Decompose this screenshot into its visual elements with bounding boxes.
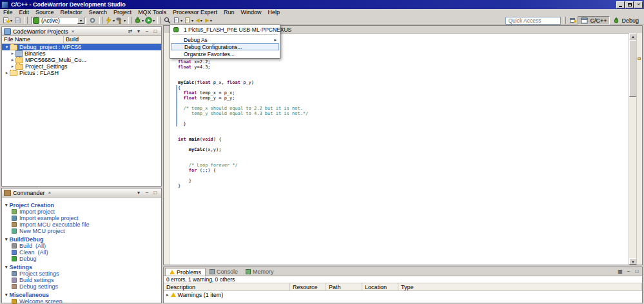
menu-mqx-tools[interactable]: MQX Tools: [135, 9, 170, 16]
code-lines[interactable]: float x=2.2;float y=4.3;-myCalc(float p_…: [178, 33, 629, 265]
column-header-type[interactable]: Type: [398, 283, 642, 290]
combo-dropdown-icon[interactable]: ▾: [77, 17, 84, 24]
forward-button[interactable]: ▶▾: [204, 16, 213, 25]
annotations-button[interactable]: ▾: [183, 16, 194, 25]
commander-link-clean-all[interactable]: Clean (All): [5, 249, 158, 256]
commander-link-import-example-project[interactable]: Import example project: [5, 215, 158, 221]
expand-arrow-icon[interactable]: ▸: [10, 64, 15, 69]
launch-config-combo[interactable]: (Active) ▾: [31, 17, 86, 25]
commander-link-build-all[interactable]: Build (All): [5, 243, 158, 249]
code-line[interactable]: temp_y should equal to 4.3 but it is not…: [178, 111, 629, 116]
save-button[interactable]: [13, 16, 23, 25]
menu-edit[interactable]: Edit: [16, 9, 33, 16]
close-view-icon[interactable]: ×: [72, 28, 75, 34]
tree-item-pictus-flash[interactable]: ▸Pictus : FLASH: [2, 70, 161, 76]
code-line[interactable]: [178, 75, 629, 80]
section-collapse-icon[interactable]: ▾: [5, 265, 8, 270]
target-settings-button[interactable]: [88, 16, 97, 25]
search-button[interactable]: [162, 16, 172, 25]
tab-problems[interactable]: Problems: [165, 268, 206, 276]
section-miscellaneous[interactable]: ▾Miscellaneous: [5, 292, 158, 298]
menu-file[interactable]: File: [0, 9, 16, 16]
commander-link-import-mcu-executable-file[interactable]: Import MCU executable file: [5, 221, 158, 228]
code-line[interactable]: [178, 152, 629, 157]
commander-link-import-project[interactable]: Import project: [5, 208, 158, 215]
code-line[interactable]: }: [178, 178, 629, 183]
tab-memory[interactable]: Memory: [242, 268, 278, 276]
tree-item-binaries[interactable]: ▸Binaries: [2, 50, 161, 57]
maximize-view-icon[interactable]: □: [633, 268, 641, 275]
menu-item-organize-favorites[interactable]: Organize Favorites...: [171, 50, 279, 57]
menu-item-debug-configurations[interactable]: Debug Configurations...: [171, 43, 279, 50]
close-view-icon[interactable]: ×: [48, 190, 52, 196]
column-header-location[interactable]: Location: [362, 283, 398, 290]
column-header-path[interactable]: Path: [326, 283, 362, 290]
section-collapse-icon[interactable]: ▾: [5, 237, 8, 242]
menu-source[interactable]: Source: [32, 9, 57, 16]
link-with-editor-icon[interactable]: ⇄: [126, 28, 134, 35]
expand-arrow-icon[interactable]: ▸: [10, 51, 15, 56]
close-button[interactable]: ×: [634, 1, 643, 8]
commander-link-project-settings[interactable]: Project settings: [5, 270, 158, 277]
code-line[interactable]: {: [178, 85, 629, 90]
commander-link-debug-settings[interactable]: Debug settings: [5, 283, 158, 290]
menu-processor-expert[interactable]: Processor Expert: [170, 9, 220, 16]
code-line[interactable]: /* Loop forever */: [178, 163, 629, 168]
code-line[interactable]: [178, 70, 629, 75]
column-header-description[interactable]: Description: [164, 283, 290, 290]
commander-link-new-mcu-project[interactable]: New MCU project: [5, 228, 158, 234]
maximize-view-icon[interactable]: □: [151, 28, 159, 35]
expand-arrow-icon[interactable]: ▸: [4, 70, 10, 76]
code-line[interactable]: [178, 116, 629, 121]
code-line[interactable]: }: [178, 121, 629, 127]
code-line[interactable]: -int main(void) {: [178, 137, 629, 142]
flash-programmer-button[interactable]: ▾: [104, 16, 115, 25]
code-line[interactable]: float x=2.2;: [178, 59, 629, 65]
tree-item-mpc5668g-multi-co[interactable]: ▸MPC5668G_Multi_Co...: [2, 57, 161, 63]
problem-row[interactable]: ▸Warnings (1 item): [164, 291, 642, 298]
cpp-perspective-button[interactable]: C/C++: [578, 16, 610, 25]
view-menu-icon[interactable]: ▾: [135, 189, 142, 196]
menu-item-1-pictus-flash-pne-usb-ml-ppcnexus[interactable]: 1 Pictus_FLASH_PnE USB-ML-PPCNEXUS: [171, 26, 279, 33]
code-line[interactable]: float temp_y = p_y;: [178, 96, 629, 101]
menu-search[interactable]: Search: [86, 9, 111, 16]
code-line[interactable]: }: [178, 183, 629, 188]
quick-access-input[interactable]: [505, 17, 561, 25]
menu-window[interactable]: Window: [238, 9, 265, 16]
commander-link-welcome-screen[interactable]: Welcome screen: [5, 298, 158, 304]
code-line[interactable]: -myCalc(float p_x, float p_y): [178, 80, 629, 85]
open-element-button[interactable]: ▾: [172, 16, 183, 25]
code-line[interactable]: [178, 142, 629, 147]
build-button[interactable]: ▾: [115, 16, 126, 25]
maximize-view-icon[interactable]: □: [151, 189, 159, 196]
section-project-creation[interactable]: ▾Project Creation: [5, 202, 158, 208]
section-build-debug[interactable]: ▾Build/Debug: [5, 236, 158, 243]
code-line[interactable]: [178, 173, 629, 178]
back-button[interactable]: ◀▾: [194, 16, 204, 25]
code-line[interactable]: float y=4.3;: [178, 65, 629, 70]
column-file-name[interactable]: File Name: [2, 36, 64, 43]
tree-item-debug-project-mpc56[interactable]: ▾Debug_project : MPC56: [2, 44, 161, 50]
section-collapse-icon[interactable]: ▾: [5, 203, 8, 208]
maximize-button[interactable]: [625, 1, 634, 8]
debug-perspective-button[interactable]: Debug: [610, 16, 642, 25]
code-line[interactable]: [178, 101, 629, 106]
commander-link-build-settings[interactable]: Build settings: [5, 277, 158, 283]
code-line[interactable]: myCalc(x,y);: [178, 147, 629, 152]
view-menu-icon[interactable]: ▾: [135, 28, 142, 35]
code-line[interactable]: [178, 157, 629, 163]
menu-refactor[interactable]: Refactor: [57, 9, 86, 16]
menu-help[interactable]: Help: [265, 9, 284, 16]
tab-console[interactable]: Console: [206, 268, 242, 276]
warning-marker[interactable]: [638, 57, 641, 60]
menu-item-debug-as[interactable]: Debug As▸: [171, 36, 279, 43]
column-header-resource[interactable]: Resource: [290, 283, 326, 290]
commander-link-debug[interactable]: Debug: [5, 256, 158, 262]
menu-project[interactable]: Project: [110, 9, 135, 16]
run-button[interactable]: ▾: [144, 16, 155, 25]
code-line[interactable]: - /* temp_x should equal to 2.2 but it i…: [178, 106, 629, 111]
code-line[interactable]: float temp_x = p_x;: [178, 90, 629, 96]
tree-item-project-settings[interactable]: ▸Project_Settings: [2, 63, 161, 70]
minimize-view-icon[interactable]: −: [143, 28, 151, 35]
grid-icon[interactable]: ▦: [616, 268, 624, 275]
